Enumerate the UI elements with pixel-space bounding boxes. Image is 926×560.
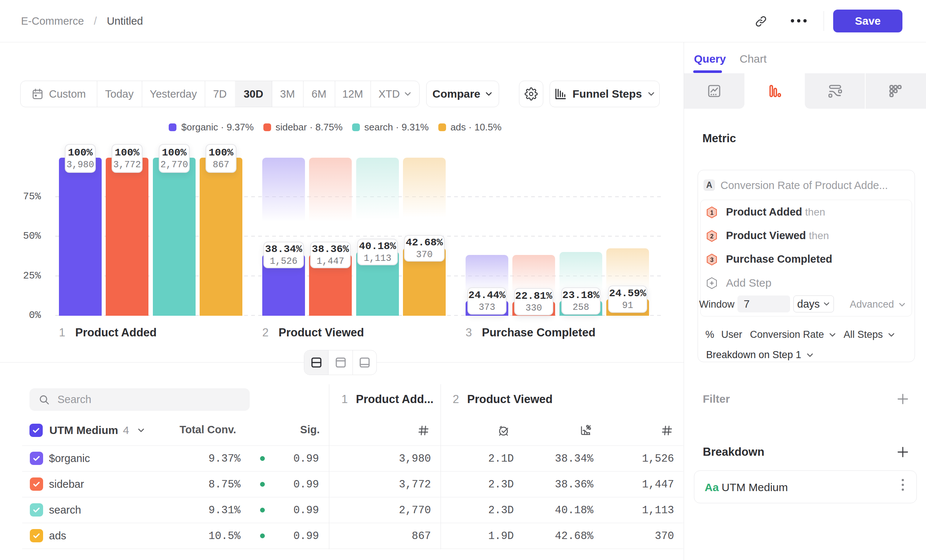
svg-text:2: 2 bbox=[710, 233, 713, 239]
svg-text:3: 3 bbox=[710, 256, 713, 263]
svg-text:1: 1 bbox=[710, 209, 713, 216]
